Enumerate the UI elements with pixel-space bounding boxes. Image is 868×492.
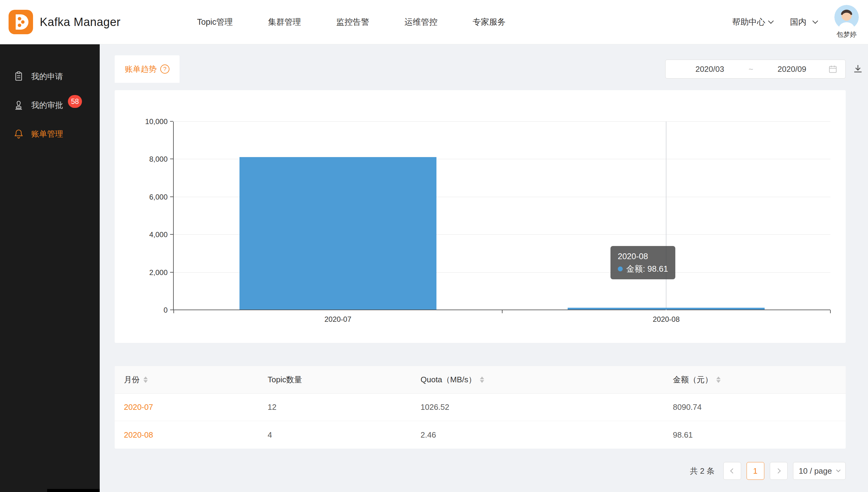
nav-item-expert-service[interactable]: 专家服务	[472, 17, 506, 27]
sidebar-bottom-strip	[47, 489, 100, 492]
tooltip-series-dot	[618, 267, 623, 271]
y-axis-tick	[170, 310, 173, 310]
sort-icon[interactable]	[480, 376, 484, 383]
sidebar-item-label: 我的申请	[31, 71, 63, 82]
topic-count-cell: 12	[267, 402, 421, 412]
y-axis-tick	[170, 196, 173, 197]
chart-bar[interactable]	[239, 157, 437, 310]
chevron-right-icon	[775, 468, 780, 474]
chevron-down-icon	[768, 18, 774, 24]
x-axis-label: 2020-08	[653, 315, 680, 324]
chart-gridline	[174, 121, 830, 122]
bill-trend-chart-card: 2020-08 金额: 98.61 02,0004,0006,0008,0001…	[115, 90, 846, 343]
main-content: 账单趋势 ? 2020/03 ~ 2020/09 2020-08 金额:	[100, 44, 868, 492]
bill-table-card: 月份 Topic数量 Quota（MB/s） 金额（元） 2020-07 12 …	[115, 366, 846, 449]
user-menu[interactable]: 包梦婷	[835, 5, 859, 39]
header-right: 帮助中心 国内 包梦婷	[732, 5, 859, 39]
brand-logo-icon	[8, 10, 33, 34]
date-range-picker[interactable]: 2020/03 ~ 2020/09	[665, 59, 846, 78]
help-center-label: 帮助中心	[732, 17, 765, 27]
end-date-input[interactable]: 2020/09	[756, 65, 828, 74]
app-header: Kafka Manager Topic管理 集群管理 监控告警 运维管控 专家服…	[0, 0, 868, 44]
amount-cell: 8090.74	[673, 402, 846, 412]
y-axis-label: 10,000	[145, 117, 168, 126]
month-link[interactable]: 2020-07	[124, 402, 153, 412]
sidebar-item-label: 账单管理	[31, 129, 63, 139]
x-axis-tick	[830, 310, 831, 313]
y-axis-label: 4,000	[149, 230, 168, 239]
column-header-amount[interactable]: 金额（元）	[673, 374, 846, 385]
download-icon	[852, 63, 863, 74]
x-axis-tick	[173, 310, 174, 313]
month-link[interactable]: 2020-08	[124, 430, 153, 439]
y-axis-tick	[170, 234, 173, 235]
table-row: 2020-08 4 2.46 98.61	[115, 421, 846, 449]
chevron-down-icon	[836, 468, 841, 472]
nav-item-monitor-alerts[interactable]: 监控告警	[336, 17, 369, 27]
page-number-button[interactable]: 1	[747, 462, 764, 480]
chart-plot-area: 2020-08 金额: 98.61 02,0004,0006,0008,0001…	[173, 122, 830, 310]
chart-crosshair	[666, 122, 666, 310]
main-nav: Topic管理 集群管理 监控告警 运维管控 专家服务	[197, 17, 506, 27]
column-header-quota[interactable]: Quota（MB/s）	[421, 374, 673, 385]
y-axis-label: 8,000	[149, 155, 168, 164]
date-separator: ~	[746, 65, 755, 74]
next-page-button[interactable]	[770, 462, 788, 480]
x-axis-tick	[502, 310, 502, 313]
sidebar-item-my-approvals[interactable]: 我的审批 58	[0, 91, 100, 120]
avatar	[835, 5, 859, 29]
column-header-topic-count: Topic数量	[267, 374, 421, 385]
chart-tooltip: 2020-08 金额: 98.61	[610, 246, 676, 279]
nav-item-cluster-management[interactable]: 集群管理	[268, 17, 301, 27]
nav-item-topic-management[interactable]: Topic管理	[197, 17, 233, 27]
page-size-value: 10 / page	[799, 466, 832, 476]
nav-item-ops-control[interactable]: 运维管控	[404, 17, 437, 27]
y-axis-tick	[170, 272, 173, 273]
approvals-count-badge: 58	[68, 95, 82, 108]
table-row: 2020-07 12 1026.52 8090.74	[115, 394, 846, 421]
sort-icon[interactable]	[143, 376, 148, 383]
tooltip-title: 2020-08	[618, 250, 668, 263]
help-circle-icon[interactable]: ?	[160, 65, 169, 74]
calendar-icon	[828, 65, 838, 74]
tooltip-text: 金额: 98.61	[626, 263, 668, 275]
sidebar-item-my-applications[interactable]: 我的申请	[0, 62, 100, 91]
table-header-row: 月份 Topic数量 Quota（MB/s） 金额（元）	[115, 366, 846, 394]
sidebar-item-bill-management[interactable]: 账单管理	[0, 120, 100, 148]
total-count: 共 2 条	[690, 466, 715, 476]
chevron-left-icon	[730, 468, 735, 474]
y-axis-label: 0	[164, 306, 168, 315]
username: 包梦婷	[837, 30, 857, 39]
quota-cell: 2.46	[421, 430, 673, 440]
sidebar-item-label: 我的审批	[31, 100, 63, 110]
stamp-icon	[14, 100, 24, 110]
tab-label: 账单趋势	[125, 64, 157, 75]
prev-page-button[interactable]	[723, 462, 741, 480]
x-axis-label: 2020-07	[325, 315, 351, 324]
page-size-select[interactable]: 10 / page	[793, 462, 846, 480]
amount-cell: 98.61	[673, 430, 846, 440]
app-title: Kafka Manager	[40, 16, 120, 29]
toolbar: 账单趋势 ? 2020/03 ~ 2020/09	[115, 55, 846, 83]
tab-bill-trend[interactable]: 账单趋势 ?	[115, 55, 180, 83]
pagination: 共 2 条 1 10 / page	[115, 462, 846, 480]
chart-bar[interactable]	[568, 308, 765, 310]
region-selector[interactable]: 国内	[790, 17, 817, 27]
quota-cell: 1026.52	[421, 402, 673, 412]
region-label: 国内	[790, 17, 806, 27]
column-header-month[interactable]: 月份	[124, 374, 267, 385]
y-axis-tick	[170, 121, 173, 122]
download-button[interactable]	[852, 63, 863, 75]
topic-count-cell: 4	[267, 430, 421, 440]
chevron-down-icon	[812, 18, 818, 24]
start-date-input[interactable]: 2020/03	[674, 65, 746, 74]
y-axis-tick	[170, 158, 173, 159]
help-center-menu[interactable]: 帮助中心	[732, 17, 773, 27]
sort-icon[interactable]	[716, 376, 721, 383]
clipboard-icon	[14, 71, 24, 81]
sidebar: 我的申请 我的审批 58 账单管理	[0, 44, 100, 492]
y-axis-label: 2,000	[149, 268, 168, 277]
y-axis-label: 6,000	[149, 193, 168, 201]
bell-icon	[14, 129, 24, 139]
